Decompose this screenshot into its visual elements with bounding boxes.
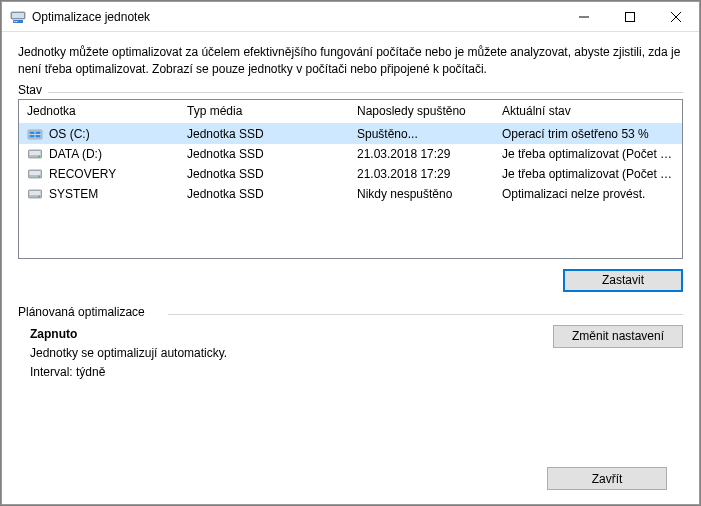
schedule-section-label: Plánovaná optimalizace xyxy=(18,305,151,319)
close-window-button[interactable] xyxy=(653,2,699,31)
last-run: Spuštěno... xyxy=(349,127,494,141)
media-type: Jednotka SSD xyxy=(179,127,349,141)
svg-point-13 xyxy=(38,155,40,157)
titlebar: Optimalizace jednotek xyxy=(2,2,699,32)
table-row[interactable]: RECOVERYJednotka SSD21.03.2018 17:29Je t… xyxy=(19,164,682,184)
change-settings-button[interactable]: Změnit nastavení xyxy=(553,325,683,348)
minimize-button[interactable] xyxy=(561,2,607,31)
description-text: Jednotky můžete optimalizovat za účelem … xyxy=(18,44,683,78)
drive-cell: SYSTEM xyxy=(19,186,179,202)
drives-list[interactable]: Jednotka Typ média Naposledy spuštěno Ak… xyxy=(18,99,683,259)
table-row[interactable]: OS (C:)Jednotka SSDSpuštěno...Operací tr… xyxy=(19,124,682,144)
current-status: Operací trim ošetřeno 53 % xyxy=(494,127,682,141)
schedule-section: Plánovaná optimalizace Zapnuto Jednotky … xyxy=(18,314,683,383)
app-icon xyxy=(10,9,26,25)
svg-rect-4 xyxy=(16,21,18,22)
svg-rect-7 xyxy=(30,131,35,134)
table-row[interactable]: SYSTEMJednotka SSDNikdy nespuštěnoOptima… xyxy=(19,184,682,204)
svg-rect-5 xyxy=(626,12,635,21)
svg-rect-15 xyxy=(30,171,41,175)
column-header-media[interactable]: Typ média xyxy=(179,104,349,118)
svg-point-19 xyxy=(38,195,40,197)
last-run: Nikdy nespuštěno xyxy=(349,187,494,201)
close-button[interactable]: Zavřít xyxy=(547,467,667,490)
hdd-icon xyxy=(27,186,43,202)
svg-rect-10 xyxy=(36,135,41,138)
last-run: 21.03.2018 17:29 xyxy=(349,167,494,181)
drive-cell: DATA (D:) xyxy=(19,146,179,162)
schedule-line1: Jednotky se optimalizují automaticky. xyxy=(30,344,227,363)
content-area: Jednotky můžete optimalizovat za účelem … xyxy=(2,32,699,504)
hdd-icon xyxy=(27,146,43,162)
footer: Zavřít xyxy=(18,457,683,504)
window-root: Optimalizace jednotek Jednotky můžete op… xyxy=(1,1,700,505)
svg-point-16 xyxy=(38,175,40,177)
drive-name: OS (C:) xyxy=(49,127,90,141)
status-section-label: Stav xyxy=(18,83,48,97)
svg-rect-9 xyxy=(30,135,35,138)
media-type: Jednotka SSD xyxy=(179,167,349,181)
media-type: Jednotka SSD xyxy=(179,147,349,161)
os-drive-icon xyxy=(27,126,43,142)
stop-button[interactable]: Zastavit xyxy=(563,269,683,292)
maximize-button[interactable] xyxy=(607,2,653,31)
current-status: Je třeba optimalizovat (Počet dnů od pos… xyxy=(494,167,682,181)
drives-list-header: Jednotka Typ média Naposledy spuštěno Ak… xyxy=(19,100,682,124)
drive-name: RECOVERY xyxy=(49,167,116,181)
current-status: Je třeba optimalizovat (Počet dnů od pos… xyxy=(494,147,682,161)
last-run: 21.03.2018 17:29 xyxy=(349,147,494,161)
svg-rect-1 xyxy=(12,13,24,18)
column-header-drive[interactable]: Jednotka xyxy=(19,104,179,118)
svg-rect-8 xyxy=(36,131,41,134)
svg-rect-18 xyxy=(30,191,41,195)
drive-name: SYSTEM xyxy=(49,187,98,201)
window-controls xyxy=(561,2,699,31)
svg-rect-3 xyxy=(14,21,16,22)
drive-cell: OS (C:) xyxy=(19,126,179,142)
status-section: Stav Jednotka Typ média Naposledy spuště… xyxy=(18,92,683,292)
window-title: Optimalizace jednotek xyxy=(32,10,561,24)
media-type: Jednotka SSD xyxy=(179,187,349,201)
schedule-state: Zapnuto xyxy=(30,325,227,344)
svg-rect-6 xyxy=(28,130,42,139)
schedule-text: Zapnuto Jednotky se optimalizují automat… xyxy=(18,325,227,383)
column-header-status[interactable]: Aktuální stav xyxy=(494,104,682,118)
schedule-line2: Interval: týdně xyxy=(30,363,227,382)
drive-name: DATA (D:) xyxy=(49,147,102,161)
svg-rect-12 xyxy=(30,151,41,155)
hdd-icon xyxy=(27,166,43,182)
column-header-last[interactable]: Naposledy spuštěno xyxy=(349,104,494,118)
drive-cell: RECOVERY xyxy=(19,166,179,182)
current-status: Optimalizaci nelze provést. xyxy=(494,187,682,201)
table-row[interactable]: DATA (D:)Jednotka SSD21.03.2018 17:29Je … xyxy=(19,144,682,164)
